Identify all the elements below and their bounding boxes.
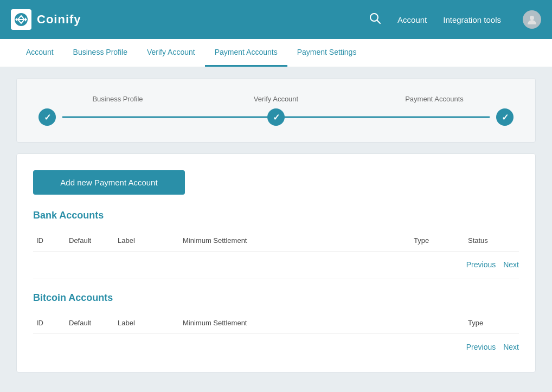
bank-col-default: Default: [66, 234, 114, 247]
btc-col-min-settlement: Minimum Settlement: [179, 317, 465, 329]
bank-next-link[interactable]: Next: [503, 260, 519, 269]
progress-label-1: Business Profile: [38, 95, 197, 103]
svg-point-7: [530, 16, 534, 20]
app-header: Coinify Account Integration tools: [0, 0, 552, 39]
bank-previous-link[interactable]: Previous: [466, 260, 496, 269]
btc-col-label: Label: [114, 317, 179, 329]
main-card: Add new Payment Account Bank Accounts ID…: [16, 153, 536, 372]
tab-verify-account[interactable]: Verify Account: [137, 39, 205, 67]
logo-icon: [11, 9, 31, 30]
tab-payment-settings[interactable]: Payment Settings: [287, 39, 367, 67]
header-nav-integration[interactable]: Integration tools: [443, 15, 501, 24]
tab-payment-accounts[interactable]: Payment Accounts: [205, 39, 287, 67]
progress-step-3: ✓: [496, 108, 514, 126]
bank-accounts-pagination: Previous Next: [33, 252, 519, 273]
search-icon[interactable]: [369, 12, 381, 27]
progress-label-3: Payment Accounts: [355, 95, 514, 103]
bitcoin-accounts-table-header: ID Default Label Minimum Settlement Type: [33, 312, 519, 334]
bank-col-label: Label: [114, 234, 179, 247]
btc-col-default: Default: [66, 317, 114, 329]
tab-account[interactable]: Account: [16, 39, 63, 67]
bitcoin-accounts-pagination: Previous Next: [33, 334, 519, 356]
bitcoin-previous-link[interactable]: Previous: [466, 343, 496, 351]
avatar[interactable]: [523, 10, 541, 29]
progress-step-1: ✓: [38, 108, 56, 126]
add-payment-account-button[interactable]: Add new Payment Account: [33, 170, 185, 195]
header-nav-account[interactable]: Account: [397, 15, 427, 24]
logo-text: Coinify: [37, 12, 81, 27]
bitcoin-accounts-title: Bitcoin Accounts: [33, 292, 519, 304]
btc-col-type: Type: [465, 317, 519, 329]
bank-col-min-settlement: Minimum Settlement: [179, 234, 410, 247]
logo-area: Coinify: [11, 9, 81, 30]
btc-col-id: ID: [33, 317, 66, 329]
bitcoin-next-link[interactable]: Next: [503, 343, 519, 351]
progress-bar-container: ✓ ✓ ✓: [38, 108, 514, 126]
page-content: Business Profile Verify Account Payment …: [0, 67, 552, 383]
progress-label-2: Verify Account: [197, 95, 355, 103]
bank-col-status: Status: [465, 234, 519, 247]
section-divider: [33, 279, 519, 279]
bank-accounts-table-header: ID Default Label Minimum Settlement Type…: [33, 230, 519, 252]
tab-business-profile[interactable]: Business Profile: [63, 39, 137, 67]
tabs-bar: Account Business Profile Verify Account …: [0, 39, 552, 67]
bank-accounts-title: Bank Accounts: [33, 210, 519, 221]
bank-col-id: ID: [33, 234, 66, 247]
svg-line-6: [377, 20, 381, 23]
progress-step-2: ✓: [267, 108, 285, 126]
progress-section: Business Profile Verify Account Payment …: [16, 78, 536, 143]
bank-col-type: Type: [410, 234, 465, 247]
progress-steps: ✓ ✓ ✓: [38, 108, 514, 126]
progress-labels: Business Profile Verify Account Payment …: [38, 95, 514, 103]
header-nav: Account Integration tools: [397, 10, 541, 29]
